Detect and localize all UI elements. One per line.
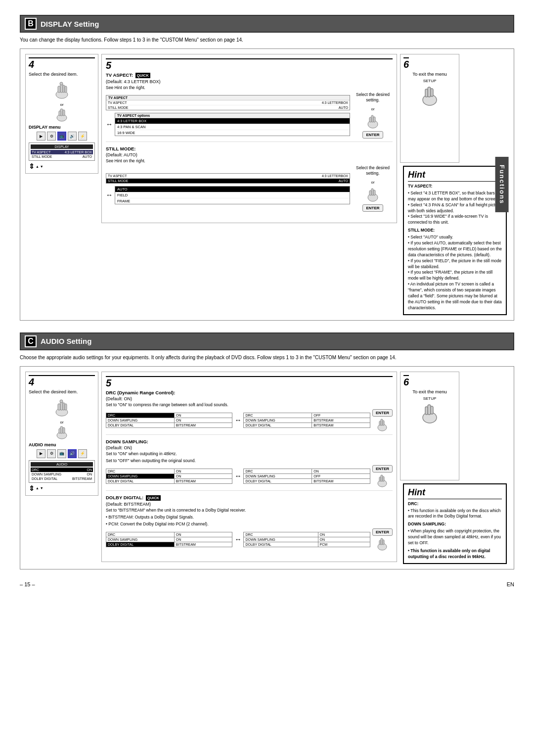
audio-hint-title: Hint: [408, 487, 502, 499]
drc-r-off: OFF: [312, 413, 370, 418]
audio-menu-row1: DRCON: [31, 468, 93, 472]
audio-step6: 6 To exit the menu SETUP: [400, 372, 459, 480]
svg-point-27: [60, 400, 63, 403]
audio-step4-arrows: ⇕ ▲ ▼: [29, 484, 95, 492]
svg-rect-11: [371, 115, 373, 122]
svg-rect-21: [425, 89, 428, 97]
tv-aspect-enter-block: ENTER: [362, 131, 383, 139]
audio-downsampling-text1: Set to "ON" when outputting in 48kHz.: [106, 451, 393, 457]
tv-aspect-enter-btn: ENTER: [362, 131, 383, 139]
still-mode-opt3: FRAME: [115, 198, 350, 204]
audio-dolby-table-right: DRC ON DOWN SAMPLING ON DOLBY DIGITAL PC…: [243, 532, 370, 547]
display-tv-aspect-menus: TV ASPECT TV ASPECT4:3 LETTERBOX STILL M…: [106, 94, 350, 137]
drc-r-bitstream2: BITSTREAM: [312, 423, 370, 427]
display-menu-row1: TV ASPECT4:3 LETTER BOX: [31, 150, 93, 154]
audio-drc-text: Set to "ON" to compress the range betwee…: [106, 402, 393, 408]
display-tv-aspect-block: TV ASPECT: QUICK (Default: 4:3 LETTER BO…: [106, 72, 393, 142]
drc-remote-icon: [375, 418, 389, 431]
display-still-mode-default: (Default: AUTO): [106, 152, 393, 157]
display-hint-tvaspect-item3: • Select "16:9 WIDE" if a wide-screen TV…: [408, 214, 502, 226]
audio-icon-strip: ▶ ⚙ 📺 🔊 ⚡: [29, 449, 95, 458]
audio-step4-or: or: [29, 420, 95, 425]
audio-icon5: ⚡: [78, 449, 87, 458]
audio-setup-label: SETUP: [423, 396, 437, 401]
tv-aspect-or: or: [371, 107, 374, 111]
functions-tab: Functions: [495, 157, 508, 212]
drc-cell-label1: DRC: [106, 413, 175, 418]
display-hint-stillmode-item4: • If you select "FRAME", the picture in …: [408, 270, 502, 282]
audio-dolby-block: DOLBY DIGITAL: QUICK (Default: BITSTREAM…: [106, 495, 393, 554]
display-tv-aspect-menu-row: TV ASPECT TV ASPECT4:3 LETTERBOX STILL M…: [106, 92, 393, 139]
tv-aspect-arrow: ↔: [106, 120, 113, 128]
drc-r-label2: DOWN SAMPLING: [244, 418, 312, 423]
display-still-mode-hint: See Hint on the right.: [106, 158, 393, 164]
tv-aspect-opt3: 16:9 WIDE: [115, 130, 350, 136]
ds-remote-icon: [375, 473, 389, 487]
audio-menu-title: AUDIO menu: [29, 442, 95, 447]
dolby-remote-icon: [375, 537, 389, 551]
audio-setup-remote: [419, 402, 441, 424]
ds-r-label3: DOLBY DIGITAL: [244, 479, 312, 483]
display-still-mode-menus: TV ASPECT4:3 LETTERBOX STILL MODEAUTO ↔ …: [106, 172, 350, 205]
drc-r-label3: DOLBY DIGITAL: [244, 423, 312, 427]
audio-icon4-active: 🔊: [68, 449, 77, 458]
display-menu-box: DISPLAY TV ASPECT4:3 LETTER BOX STILL MO…: [29, 142, 95, 161]
tv-aspect-menu-right: TV ASPECT options 4:3 LETTER BOX 4:3 PAN…: [115, 113, 350, 136]
display-still-mode-title: STILL MODE:: [106, 146, 393, 151]
display-icon-strip: ▶ ⚙ 📺 🔊 ⚡: [29, 132, 95, 141]
tv-aspect-opt1: 4:3 LETTER BOX: [115, 118, 350, 124]
audio-step6-num: 6: [403, 375, 409, 387]
display-steps-row: 4 Select the desired item. or: [25, 54, 509, 315]
dolby-cell-label2: DOWN SAMPLING: [106, 537, 175, 542]
dolby-cell-on2: ON: [175, 537, 232, 542]
ds-arrow: ↔: [234, 472, 241, 480]
drc-arrow: ↔: [234, 416, 241, 424]
still-mode-menu-left: TV ASPECT4:3 LETTERBOX STILL MODEAUTO: [106, 173, 350, 184]
dolby-r-on2: ON: [318, 537, 370, 542]
audio-dolby-table-left: DRC ON DOWN SAMPLING ON DOLBY DIGITAL BI…: [106, 532, 232, 547]
audio-step6-label: To exit the menu: [412, 389, 447, 394]
display-tv-aspect-hint: See Hint on the right.: [106, 85, 393, 91]
svg-rect-42: [383, 540, 384, 545]
audio-drc-table-left: DRC ON DOWN SAMPLING ON DOLBY DIGITAL BI…: [106, 413, 232, 428]
ds-enter-btn: ENTER: [372, 465, 393, 472]
ds-cell-label1: DRC: [106, 469, 175, 474]
ds-cell-label3: DOLBY DIGITAL: [106, 479, 175, 483]
audio-section: C AUDIO Setting Choose the appropriate a…: [20, 332, 514, 569]
dolby-cell-label1: DRC: [106, 532, 175, 537]
audio-dolby-title: DOLBY DIGITAL: QUICK: [106, 495, 393, 501]
audio-dolby-grid: DRC ON DOWN SAMPLING ON DOLBY DIGITAL BI…: [106, 532, 232, 547]
audio-step5: 5 DRC (Dynamic Range Control): (Default:…: [101, 372, 397, 562]
tv-aspect-remote-icon: [365, 113, 381, 129]
display-hint-tvaspect-item2: • Select "4:3 PAN & SCAN" for a full hei…: [408, 202, 502, 214]
audio-icon1: ▶: [37, 449, 45, 458]
display-hint-stillmode-item5: • An individual picture on TV screen is …: [408, 282, 502, 311]
drc-enter-btn: ENTER: [372, 409, 393, 417]
ds-r-on: ON: [312, 469, 370, 474]
ds-r-label2: DOWN SAMPLING: [244, 474, 312, 479]
svg-rect-41: [381, 538, 383, 545]
display-step6-num: 6: [403, 57, 409, 69]
audio-up-down-icon: ⇕: [29, 484, 35, 492]
drc-cell-on: ON: [175, 413, 232, 418]
display-step4-label: Select the desired item.: [29, 71, 95, 77]
still-mode-left-row1: TV ASPECT4:3 LETTERBOX: [106, 174, 350, 179]
svg-rect-30: [63, 427, 65, 433]
display-step6: 6 To exit the menu SETUP: [400, 54, 459, 163]
drc-cell-label2: DOWN SAMPLING: [106, 418, 175, 423]
audio-dolby-bullet1: • BITSTREAM: Outputs a Dolby Digital Sig…: [106, 515, 393, 520]
audio-drc-grid: DRC ON DOWN SAMPLING ON DOLBY DIGITAL BI…: [106, 413, 232, 428]
display-hint-tvaspect-item1: • Select "4:3 LETTER BOX", so that black…: [408, 190, 502, 202]
svg-rect-9: [59, 111, 61, 116]
audio-downsampling-title: DOWN SAMPLING:: [106, 439, 393, 444]
svg-rect-47: [425, 407, 428, 415]
audio-hint-ds-head: DOWN SAMPLING:: [408, 521, 502, 527]
tv-aspect-menu-left-header: TV ASPECT: [106, 95, 350, 100]
audio-hint-drc-item1: • This function is available only on the…: [408, 508, 502, 520]
audio-ds-grid-right: DRC ON DOWN SAMPLING OFF DOLBY DIGITAL B…: [243, 469, 370, 484]
drc-cell-label3: DOLBY DIGITAL: [106, 423, 175, 427]
audio-hint-drc-head: DRC:: [408, 501, 502, 507]
page-row: – 15 – EN: [20, 581, 514, 587]
tv-aspect-select-label: Select the desired setting.: [353, 92, 393, 103]
display-step4-or: or: [29, 102, 95, 107]
